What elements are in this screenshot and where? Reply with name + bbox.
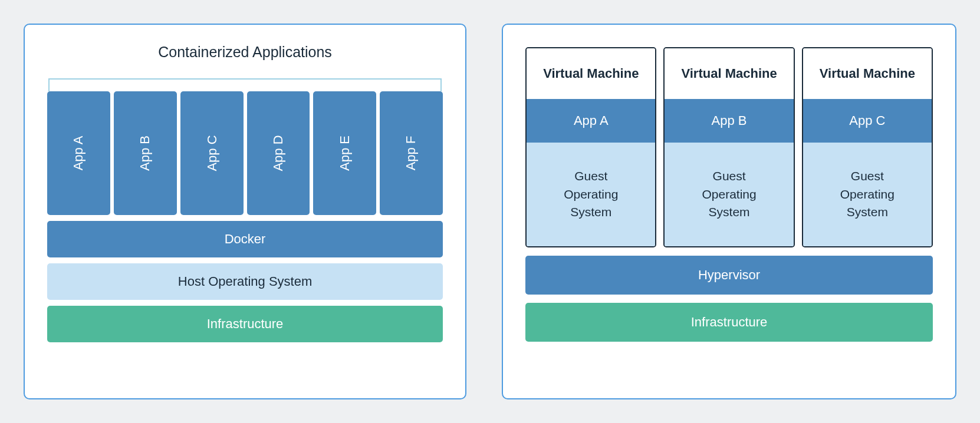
- vm-title: Virtual Machine: [527, 48, 655, 99]
- vm-app-layer: App B: [665, 99, 793, 143]
- host-os-layer: Host Operating System: [47, 263, 443, 300]
- app-label: App A: [71, 136, 86, 171]
- bracket-decoration: [48, 78, 442, 91]
- app-label: App D: [271, 135, 286, 171]
- infrastructure-layer: Infrastructure: [47, 306, 443, 342]
- container-app-e: App E: [313, 91, 376, 215]
- vm-box-c: Virtual Machine App C GuestOperatingSyst…: [802, 47, 933, 247]
- docker-layer: Docker: [47, 221, 443, 257]
- vm-app-layer: App A: [527, 99, 655, 143]
- vm-app-layer: App C: [803, 99, 932, 143]
- hypervisor-layer: Hypervisor: [525, 256, 933, 295]
- vm-architecture-panel: Virtual Machine App A GuestOperatingSyst…: [502, 24, 956, 399]
- vm-guest-os-layer: GuestOperatingSystem: [665, 143, 793, 246]
- vm-guest-os-layer: GuestOperatingSystem: [527, 143, 655, 246]
- infrastructure-layer: Infrastructure: [525, 303, 933, 342]
- app-label: App F: [404, 136, 419, 171]
- vms-row: Virtual Machine App A GuestOperatingSyst…: [525, 47, 933, 247]
- vm-box-a: Virtual Machine App A GuestOperatingSyst…: [525, 47, 656, 247]
- container-app-a: App A: [47, 91, 110, 215]
- app-label: App B: [137, 136, 153, 171]
- vm-box-b: Virtual Machine App B GuestOperatingSyst…: [663, 47, 794, 247]
- app-label: App C: [204, 135, 219, 171]
- container-architecture-panel: Containerized Applications App A App B A…: [24, 24, 466, 399]
- vm-guest-os-layer: GuestOperatingSystem: [803, 143, 932, 246]
- container-app-d: App D: [247, 91, 310, 215]
- container-title: Containerized Applications: [47, 44, 443, 61]
- container-app-c: App C: [180, 91, 244, 215]
- container-app-b: App B: [114, 91, 177, 215]
- container-app-f: App F: [380, 91, 443, 215]
- container-apps-row: App A App B App C App D App E App F: [47, 91, 443, 215]
- vm-title: Virtual Machine: [665, 48, 793, 99]
- app-label: App E: [337, 136, 353, 171]
- vm-title: Virtual Machine: [803, 48, 932, 99]
